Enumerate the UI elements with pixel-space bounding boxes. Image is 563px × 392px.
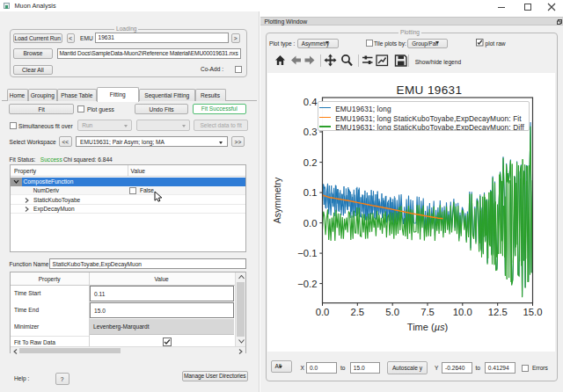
- svg-text:7.5: 7.5: [420, 307, 435, 317]
- svg-text:Asymmetry: Asymmetry: [272, 177, 282, 223]
- svg-text:EMU 19631: EMU 19631: [396, 83, 462, 97]
- svg-text:0.4: 0.4: [303, 97, 317, 107]
- svg-text:Time (µs): Time (µs): [406, 322, 447, 332]
- svg-text:0.1: 0.1: [303, 187, 317, 198]
- svg-text:0.0: 0.0: [315, 307, 329, 317]
- svg-text:5.0: 5.0: [385, 307, 399, 317]
- svg-text:12.5: 12.5: [487, 307, 507, 317]
- svg-text:2.5: 2.5: [350, 307, 364, 317]
- svg-text:−0.1: −0.1: [297, 248, 317, 258]
- svg-text:15.0: 15.0: [523, 307, 542, 317]
- svg-text:0.2: 0.2: [303, 157, 317, 168]
- svg-text:10.0: 10.0: [452, 307, 472, 317]
- svg-text:0.3: 0.3: [303, 127, 317, 137]
- svg-text:0.0: 0.0: [303, 218, 317, 229]
- svg-text:−0.2: −0.2: [297, 279, 317, 289]
